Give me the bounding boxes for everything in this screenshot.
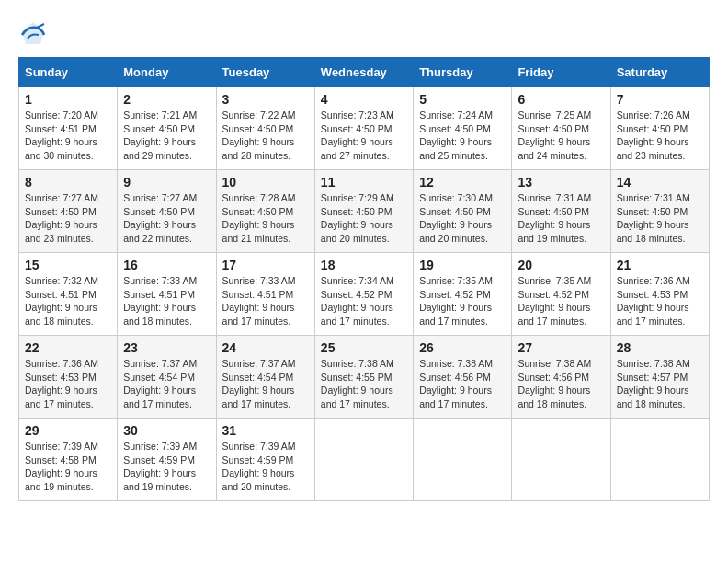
day-number: 19 (419, 258, 506, 272)
day-number: 30 (123, 423, 210, 438)
day-info: Sunrise: 7:20 AM Sunset: 4:51 PM Dayligh… (25, 109, 111, 163)
day-number: 4 (321, 92, 407, 107)
day-info: Sunrise: 7:22 AM Sunset: 4:50 PM Dayligh… (222, 109, 309, 163)
calendar-cell: 20Sunrise: 7:35 AM Sunset: 4:52 PM Dayli… (512, 253, 610, 336)
day-number: 8 (25, 175, 111, 190)
day-info: Sunrise: 7:33 AM Sunset: 4:51 PM Dayligh… (123, 274, 210, 328)
calendar-cell: 4Sunrise: 7:23 AM Sunset: 4:50 PM Daylig… (314, 87, 413, 170)
calendar-cell (610, 419, 709, 501)
day-number: 28 (617, 340, 703, 355)
calendar-cell: 27Sunrise: 7:38 AM Sunset: 4:56 PM Dayli… (512, 336, 610, 419)
day-number: 15 (25, 258, 111, 272)
day-number: 11 (321, 175, 407, 190)
day-number: 22 (25, 340, 111, 355)
calendar-table: SundayMondayTuesdayWednesdayThursdayFrid… (18, 57, 710, 501)
day-info: Sunrise: 7:32 AM Sunset: 4:51 PM Dayligh… (25, 274, 111, 328)
calendar-cell: 30Sunrise: 7:39 AM Sunset: 4:59 PM Dayli… (118, 419, 216, 501)
day-info: Sunrise: 7:38 AM Sunset: 4:57 PM Dayligh… (617, 357, 703, 411)
calendar-cell (512, 419, 610, 501)
day-number: 10 (222, 175, 309, 190)
calendar-cell: 8Sunrise: 7:27 AM Sunset: 4:50 PM Daylig… (19, 170, 118, 253)
day-info: Sunrise: 7:27 AM Sunset: 4:50 PM Dayligh… (123, 191, 210, 246)
day-number: 25 (321, 340, 407, 355)
calendar-cell: 21Sunrise: 7:36 AM Sunset: 4:53 PM Dayli… (610, 253, 709, 336)
header-day-thursday: Thursday (414, 58, 512, 87)
day-info: Sunrise: 7:31 AM Sunset: 4:50 PM Dayligh… (617, 191, 703, 246)
day-info: Sunrise: 7:23 AM Sunset: 4:50 PM Dayligh… (321, 109, 407, 163)
calendar-cell: 19Sunrise: 7:35 AM Sunset: 4:52 PM Dayli… (414, 253, 512, 336)
calendar-cell: 31Sunrise: 7:39 AM Sunset: 4:59 PM Dayli… (216, 419, 314, 501)
logo-icon (18, 18, 48, 48)
day-number: 26 (419, 340, 506, 355)
calendar-cell: 25Sunrise: 7:38 AM Sunset: 4:55 PM Dayli… (314, 336, 413, 419)
day-number: 18 (321, 258, 407, 272)
calendar-body: 1Sunrise: 7:20 AM Sunset: 4:51 PM Daylig… (19, 87, 710, 501)
header-day-tuesday: Tuesday (216, 58, 314, 87)
day-number: 5 (419, 92, 506, 107)
page-header (18, 18, 710, 48)
day-info: Sunrise: 7:36 AM Sunset: 4:53 PM Dayligh… (617, 274, 703, 328)
day-info: Sunrise: 7:37 AM Sunset: 4:54 PM Dayligh… (222, 357, 309, 411)
calendar-cell: 1Sunrise: 7:20 AM Sunset: 4:51 PM Daylig… (19, 87, 118, 170)
day-info: Sunrise: 7:39 AM Sunset: 4:58 PM Dayligh… (25, 440, 111, 494)
header-day-friday: Friday (512, 58, 610, 87)
day-number: 23 (123, 340, 210, 355)
calendar-cell: 17Sunrise: 7:33 AM Sunset: 4:51 PM Dayli… (216, 253, 314, 336)
calendar-cell: 12Sunrise: 7:30 AM Sunset: 4:50 PM Dayli… (414, 170, 512, 253)
day-number: 3 (222, 92, 309, 107)
header-day-sunday: Sunday (19, 58, 118, 87)
calendar-cell: 2Sunrise: 7:21 AM Sunset: 4:50 PM Daylig… (118, 87, 216, 170)
day-info: Sunrise: 7:39 AM Sunset: 4:59 PM Dayligh… (123, 440, 210, 494)
day-info: Sunrise: 7:38 AM Sunset: 4:56 PM Dayligh… (518, 357, 604, 411)
day-number: 31 (222, 423, 309, 438)
day-number: 21 (617, 258, 703, 272)
calendar-cell: 5Sunrise: 7:24 AM Sunset: 4:50 PM Daylig… (414, 87, 512, 170)
calendar-cell: 14Sunrise: 7:31 AM Sunset: 4:50 PM Dayli… (610, 170, 709, 253)
day-number: 2 (123, 92, 210, 107)
calendar-cell: 11Sunrise: 7:29 AM Sunset: 4:50 PM Dayli… (314, 170, 413, 253)
calendar-cell: 29Sunrise: 7:39 AM Sunset: 4:58 PM Dayli… (19, 419, 118, 501)
day-info: Sunrise: 7:29 AM Sunset: 4:50 PM Dayligh… (321, 191, 407, 246)
day-info: Sunrise: 7:38 AM Sunset: 4:56 PM Dayligh… (419, 357, 506, 411)
calendar-cell: 16Sunrise: 7:33 AM Sunset: 4:51 PM Dayli… (118, 253, 216, 336)
day-number: 9 (123, 175, 210, 190)
day-number: 13 (518, 175, 604, 190)
calendar-week-5: 29Sunrise: 7:39 AM Sunset: 4:58 PM Dayli… (19, 419, 710, 501)
calendar-cell: 13Sunrise: 7:31 AM Sunset: 4:50 PM Dayli… (512, 170, 610, 253)
day-info: Sunrise: 7:36 AM Sunset: 4:53 PM Dayligh… (25, 357, 111, 411)
day-number: 6 (518, 92, 604, 107)
calendar-cell: 22Sunrise: 7:36 AM Sunset: 4:53 PM Dayli… (19, 336, 118, 419)
calendar-week-3: 15Sunrise: 7:32 AM Sunset: 4:51 PM Dayli… (19, 253, 710, 336)
calendar-cell: 24Sunrise: 7:37 AM Sunset: 4:54 PM Dayli… (216, 336, 314, 419)
day-number: 24 (222, 340, 309, 355)
logo (18, 18, 51, 48)
calendar-cell: 18Sunrise: 7:34 AM Sunset: 4:52 PM Dayli… (314, 253, 413, 336)
day-number: 17 (222, 258, 309, 272)
day-info: Sunrise: 7:24 AM Sunset: 4:50 PM Dayligh… (419, 109, 506, 163)
day-info: Sunrise: 7:31 AM Sunset: 4:50 PM Dayligh… (518, 191, 604, 246)
day-number: 7 (617, 92, 703, 107)
header-day-saturday: Saturday (610, 58, 709, 87)
calendar-cell (314, 419, 413, 501)
day-number: 1 (25, 92, 111, 107)
day-info: Sunrise: 7:34 AM Sunset: 4:52 PM Dayligh… (321, 274, 407, 328)
day-info: Sunrise: 7:39 AM Sunset: 4:59 PM Dayligh… (222, 440, 309, 494)
calendar-cell: 10Sunrise: 7:28 AM Sunset: 4:50 PM Dayli… (216, 170, 314, 253)
day-info: Sunrise: 7:33 AM Sunset: 4:51 PM Dayligh… (222, 274, 309, 328)
calendar-cell: 3Sunrise: 7:22 AM Sunset: 4:50 PM Daylig… (216, 87, 314, 170)
day-info: Sunrise: 7:35 AM Sunset: 4:52 PM Dayligh… (419, 274, 506, 328)
day-info: Sunrise: 7:37 AM Sunset: 4:54 PM Dayligh… (123, 357, 210, 411)
calendar-week-1: 1Sunrise: 7:20 AM Sunset: 4:51 PM Daylig… (19, 87, 710, 170)
day-number: 16 (123, 258, 210, 272)
day-info: Sunrise: 7:26 AM Sunset: 4:50 PM Dayligh… (617, 109, 703, 163)
day-info: Sunrise: 7:30 AM Sunset: 4:50 PM Dayligh… (419, 191, 506, 246)
calendar-cell (414, 419, 512, 501)
calendar-week-4: 22Sunrise: 7:36 AM Sunset: 4:53 PM Dayli… (19, 336, 710, 419)
day-number: 12 (419, 175, 506, 190)
day-number: 20 (518, 258, 604, 272)
day-number: 27 (518, 340, 604, 355)
day-info: Sunrise: 7:27 AM Sunset: 4:50 PM Dayligh… (25, 191, 111, 246)
day-info: Sunrise: 7:38 AM Sunset: 4:55 PM Dayligh… (321, 357, 407, 411)
calendar-week-2: 8Sunrise: 7:27 AM Sunset: 4:50 PM Daylig… (19, 170, 710, 253)
day-info: Sunrise: 7:25 AM Sunset: 4:50 PM Dayligh… (518, 109, 604, 163)
